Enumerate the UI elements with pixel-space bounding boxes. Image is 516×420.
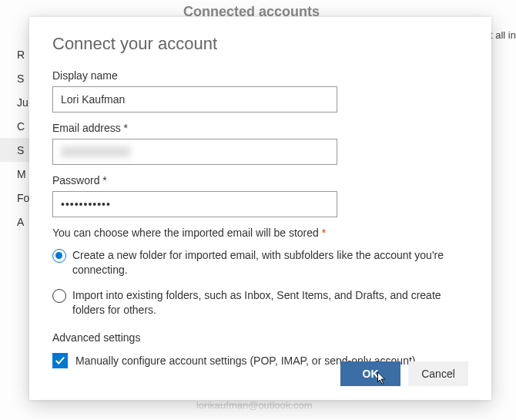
password-label: Password * bbox=[52, 174, 468, 186]
radio-label: Create a new folder for imported email, … bbox=[72, 248, 468, 277]
ok-button[interactable]: OK bbox=[340, 361, 400, 386]
display-name-label: Display name bbox=[52, 69, 468, 82]
radio-import-existing[interactable]: Import into existing folders, such as In… bbox=[52, 288, 468, 318]
display-name-input[interactable] bbox=[52, 86, 337, 113]
sidebar-item[interactable]: Fo bbox=[0, 186, 29, 210]
redacted-email bbox=[61, 146, 130, 157]
settings-sidebar: R S Ju C S M Fo A bbox=[0, 42, 29, 234]
radio-label: Import into existing folders, such as In… bbox=[72, 288, 468, 318]
background-text: t all in bbox=[490, 29, 516, 41]
sidebar-item[interactable]: C bbox=[0, 114, 29, 138]
sidebar-item[interactable]: Ju bbox=[0, 90, 29, 114]
cancel-button[interactable]: Cancel bbox=[408, 361, 468, 386]
sidebar-item[interactable]: A bbox=[0, 210, 29, 234]
radio-icon bbox=[52, 289, 66, 303]
advanced-settings-label: Advanced settings bbox=[52, 331, 468, 344]
storage-help-text: You can choose where the imported email … bbox=[52, 227, 468, 239]
email-input[interactable] bbox=[52, 139, 337, 165]
sidebar-item[interactable]: M bbox=[0, 162, 29, 186]
radio-create-folder[interactable]: Create a new folder for imported email, … bbox=[52, 248, 468, 277]
background-email: lorikaufman@outlook.com bbox=[196, 399, 312, 411]
email-label: Email address * bbox=[52, 122, 468, 134]
sidebar-item[interactable]: R bbox=[0, 42, 29, 66]
sidebar-item[interactable]: S bbox=[0, 138, 29, 162]
password-input[interactable] bbox=[52, 191, 337, 217]
checkmark-icon bbox=[52, 353, 68, 368]
connect-account-dialog: Connect your account Display name Email … bbox=[29, 17, 491, 400]
radio-icon bbox=[52, 249, 66, 263]
dialog-buttons: OK Cancel bbox=[340, 361, 468, 386]
sidebar-item[interactable]: S bbox=[0, 66, 29, 90]
dialog-title: Connect your account bbox=[52, 34, 468, 54]
